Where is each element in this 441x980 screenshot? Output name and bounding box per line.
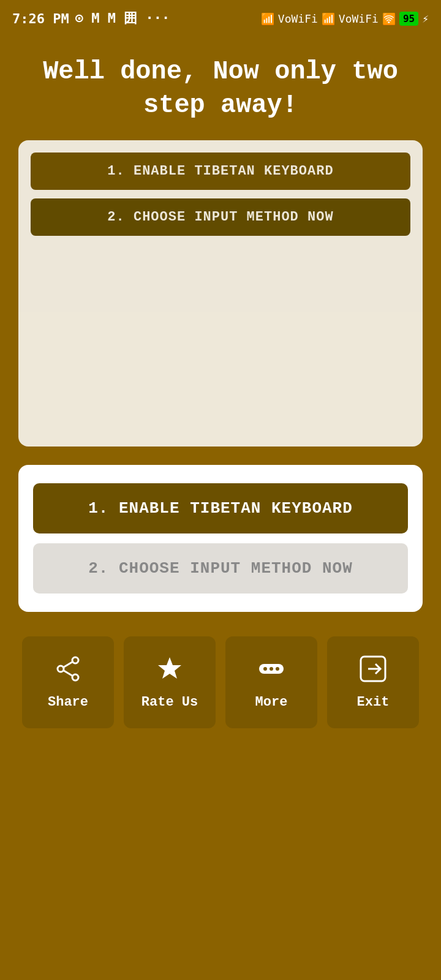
battery-level: 95 — [399, 12, 418, 26]
svg-point-2 — [58, 666, 64, 672]
svg-line-4 — [64, 670, 73, 676]
heading-line2: step away! — [143, 91, 298, 120]
status-left: 7:26 PM ⊙ M M 囲 ··· — [12, 9, 170, 28]
share-button[interactable]: Share — [22, 636, 114, 728]
signal2-icon: 📶 — [322, 12, 335, 25]
bottom-actions: Share Rate Us More Exit — [0, 630, 441, 753]
rate-us-label: Rate Us — [141, 695, 198, 710]
preview-card: 1. ENABLE TIBETAN KEYBOARD 2. CHOOSE INP… — [18, 140, 423, 447]
svg-line-3 — [64, 662, 73, 667]
svg-marker-5 — [158, 657, 181, 679]
time: 7:26 PM — [12, 11, 69, 26]
preview-enable-keyboard-button[interactable]: 1. ENABLE TIBETAN KEYBOARD — [31, 153, 410, 190]
status-bar: 7:26 PM ⊙ M M 囲 ··· 📶 VoWiFi 📶 VoWiFi 🛜 … — [0, 0, 441, 37]
share-label: Share — [48, 695, 88, 710]
heading-line1: Well done, Now only two — [43, 57, 398, 86]
share-icon — [55, 655, 81, 688]
status-icons: ⊙ M M 囲 ··· — [75, 9, 170, 28]
svg-point-1 — [72, 674, 78, 680]
choose-input-button[interactable]: 2. CHOOSE INPUT METHOD NOW — [33, 543, 408, 594]
signal-icon: 📶 — [261, 12, 274, 25]
heading: Well done, Now only two step away! — [0, 37, 441, 134]
exit-button[interactable]: Exit — [327, 636, 419, 728]
exit-label: Exit — [357, 695, 390, 710]
status-right: 📶 VoWiFi 📶 VoWiFi 🛜 95 ⚡ — [261, 12, 429, 26]
star-icon — [156, 655, 183, 688]
svg-point-9 — [276, 667, 279, 671]
wifi3-icon: 🛜 — [382, 12, 396, 25]
wifi2-icon: VoWiFi — [339, 12, 379, 25]
svg-point-8 — [270, 667, 273, 671]
rate-us-button[interactable]: Rate Us — [124, 636, 216, 728]
charging-icon: ⚡ — [422, 12, 429, 25]
main-card: 1. ENABLE TIBETAN KEYBOARD 2. CHOOSE INP… — [18, 465, 423, 612]
preview-choose-input-button[interactable]: 2. CHOOSE INPUT METHOD NOW — [31, 198, 410, 236]
enable-keyboard-button[interactable]: 1. ENABLE TIBETAN KEYBOARD — [33, 483, 408, 533]
more-button[interactable]: More — [225, 636, 317, 728]
more-label: More — [255, 695, 288, 710]
wifi-icon: VoWiFi — [278, 12, 318, 25]
svg-point-7 — [263, 667, 267, 671]
svg-point-0 — [72, 657, 78, 663]
exit-icon — [360, 655, 386, 688]
more-icon — [258, 655, 285, 688]
